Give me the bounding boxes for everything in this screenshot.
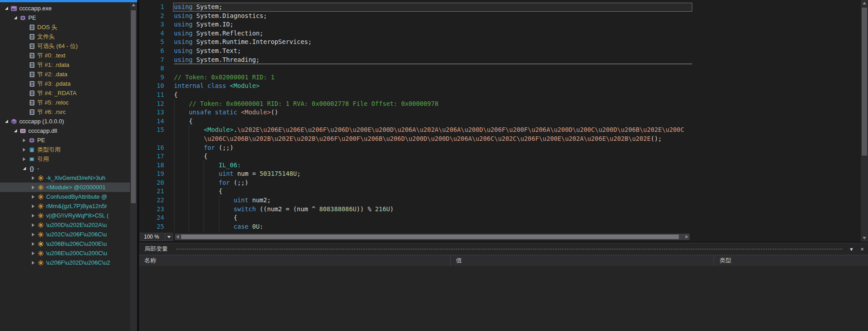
tree-item[interactable]: 01可选头 (64 - 位) bbox=[0, 41, 130, 51]
tree-item[interactable]: <Module> @02000001 bbox=[0, 183, 130, 192]
collapsed-arrow-icon[interactable] bbox=[30, 242, 37, 246]
collapsed-arrow-icon[interactable] bbox=[21, 139, 28, 142]
tree-item[interactable]: \u200D\u202E\u202A\u bbox=[0, 220, 130, 230]
class-alt-icon bbox=[37, 241, 45, 247]
line-number: 20 bbox=[139, 179, 174, 187]
locals-title: 局部变量 bbox=[139, 245, 172, 253]
tree-vertical-scrollbar[interactable] bbox=[130, 2, 137, 331]
code-line[interactable]: 13unsafe static <Module>() bbox=[139, 108, 861, 117]
tree-item-label: - bbox=[37, 165, 39, 172]
tree-item[interactable]: -k_XlvGemd3#eN>3uh bbox=[0, 173, 130, 183]
code-line[interactable]: 14{ bbox=[139, 117, 861, 126]
tree-item[interactable]: PE bbox=[0, 135, 130, 145]
code-line[interactable]: 24{ bbox=[139, 213, 861, 222]
code-line[interactable]: 21{ bbox=[139, 187, 861, 196]
zoom-combobox[interactable]: 100 % bbox=[140, 233, 173, 241]
code-line[interactable]: 9// Token: 0x02000001 RID: 1 bbox=[139, 73, 861, 82]
expanded-arrow-icon[interactable] bbox=[12, 16, 19, 19]
active-panel-accent-bar bbox=[0, 0, 137, 2]
tree-item[interactable]: \u206B\u206C\u200E\u bbox=[0, 239, 130, 248]
scrollbar-thumb[interactable] bbox=[131, 10, 136, 203]
collapsed-arrow-icon[interactable] bbox=[30, 186, 37, 189]
collapsed-arrow-icon[interactable] bbox=[30, 252, 37, 255]
tree-item[interactable]: ccccapp (1.0.0.0) bbox=[0, 117, 130, 126]
code-line[interactable]: 8 bbox=[139, 64, 861, 73]
code-line[interactable]: 3using System.IO; bbox=[139, 20, 861, 29]
collapsed-arrow-icon[interactable] bbox=[30, 205, 37, 208]
code-line[interactable]: 2using System.Diagnostics; bbox=[139, 12, 861, 21]
tree-item[interactable]: 01节 #2: .data bbox=[0, 70, 130, 79]
code-line[interactable]: 18IL_06: bbox=[139, 161, 861, 170]
tree-item[interactable]: 01节 #3: .pdata bbox=[0, 79, 130, 88]
zoom-dropdown-button[interactable] bbox=[165, 233, 173, 240]
code-line[interactable]: 7using System.Threading; bbox=[139, 56, 861, 65]
collapsed-arrow-icon[interactable] bbox=[21, 148, 28, 152]
tree-item[interactable]: PE bbox=[0, 13, 130, 22]
tree-item[interactable]: ccccapp.exe bbox=[0, 4, 130, 13]
tree-item[interactable]: 引用 bbox=[0, 154, 130, 164]
scroll-left-arrow-icon[interactable] bbox=[176, 235, 179, 239]
tree-item[interactable]: \u206E\u200C\u200C\u bbox=[0, 248, 130, 258]
tree-item[interactable]: v|@G!\VRyWqf*8>C5L ( bbox=[0, 211, 130, 220]
code-line[interactable]: 16for (;;) bbox=[139, 144, 861, 152]
code-line[interactable]: \u206C\u206B\u202B\u202E\u202B\u206F\u20… bbox=[139, 135, 861, 144]
collapsed-arrow-icon[interactable] bbox=[21, 157, 28, 161]
scroll-up-arrow-icon[interactable] bbox=[130, 4, 137, 6]
expanded-arrow-icon[interactable] bbox=[12, 129, 19, 132]
expanded-arrow-icon[interactable] bbox=[21, 167, 28, 170]
expanded-arrow-icon[interactable] bbox=[3, 7, 10, 10]
tree-item[interactable]: rMm&{gzL7P)Bya12n5r bbox=[0, 201, 130, 211]
tree-item[interactable]: {}- bbox=[0, 164, 130, 173]
locals-title-bar[interactable]: 局部变量 ▾ × bbox=[139, 243, 868, 255]
scroll-down-arrow-icon[interactable] bbox=[861, 237, 868, 240]
code-line[interactable]: 5using System.Runtime.InteropServices; bbox=[139, 38, 861, 47]
tree-item[interactable]: 01节 #6: .rsrc bbox=[0, 107, 130, 117]
svg-text:01: 01 bbox=[30, 35, 34, 38]
scroll-up-arrow-icon[interactable] bbox=[861, 2, 868, 4]
tree-item[interactable]: \u202C\u206F\u206C\u bbox=[0, 230, 130, 239]
code-line[interactable]: 12// Token: 0x06000001 RID: 1 RVA: 0x000… bbox=[139, 100, 861, 109]
locals-menu-button[interactable]: ▾ bbox=[846, 244, 856, 253]
code-line[interactable]: 15<Module>.\u202E\u206E\u206E\u206F\u206… bbox=[139, 126, 861, 135]
tree-item[interactable]: \u206F\u202D\u206C\u2 bbox=[0, 258, 130, 267]
collapsed-arrow-icon[interactable] bbox=[30, 223, 37, 227]
scrollbar-thumb[interactable] bbox=[862, 8, 867, 156]
horizontal-scrollbar[interactable] bbox=[175, 234, 690, 240]
collapsed-arrow-icon[interactable] bbox=[30, 176, 37, 180]
tree-item[interactable]: 01DOS 头 bbox=[0, 22, 130, 32]
tree-item[interactable]: ccccapp.dll bbox=[0, 126, 130, 135]
code-line[interactable]: 20for (;;) bbox=[139, 179, 861, 187]
code-line[interactable]: 23switch ((num2 = (num ^ 808388086U)) % … bbox=[139, 205, 861, 214]
code-line[interactable]: 6using System.Text; bbox=[139, 47, 861, 56]
tree-item[interactable]: 01节 #5: .reloc bbox=[0, 98, 130, 107]
collapsed-arrow-icon[interactable] bbox=[30, 214, 37, 218]
code-line[interactable]: 10internal class <Module> bbox=[139, 82, 861, 91]
collapsed-arrow-icon[interactable] bbox=[30, 233, 37, 236]
locals-close-button[interactable]: × bbox=[857, 244, 867, 253]
scrollbar-thumb[interactable] bbox=[181, 235, 679, 239]
code-line[interactable]: 22uint num2; bbox=[139, 196, 861, 205]
locals-column-header[interactable]: 类型 bbox=[714, 255, 868, 266]
editor-vertical-scrollbar[interactable] bbox=[861, 0, 868, 242]
indent-guide bbox=[174, 135, 189, 144]
code-line[interactable]: 4using System.Reflection; bbox=[139, 29, 861, 38]
code-line[interactable]: 17{ bbox=[139, 152, 861, 161]
collapsed-arrow-icon[interactable] bbox=[30, 261, 37, 265]
tree-item[interactable]: 01节 #0: .text bbox=[0, 51, 130, 60]
indent-guide bbox=[174, 196, 189, 205]
collapsed-arrow-icon[interactable] bbox=[30, 195, 37, 199]
scroll-right-arrow-icon[interactable] bbox=[686, 235, 688, 239]
code-line[interactable]: 25case 0U: bbox=[139, 222, 861, 231]
tree-item[interactable]: 01节 #4: _RDATA bbox=[0, 88, 130, 98]
locals-column-header[interactable]: 值 bbox=[451, 255, 714, 266]
tree-item[interactable]: ConfusedByAttribute @ bbox=[0, 192, 130, 201]
tree-item[interactable]: []类型引用 bbox=[0, 145, 130, 154]
code-line[interactable]: 11{ bbox=[139, 91, 861, 100]
expanded-arrow-icon[interactable] bbox=[3, 120, 10, 123]
code-line[interactable]: 19uint num = 503175148U; bbox=[139, 170, 861, 179]
locals-column-header[interactable]: 名称 bbox=[139, 255, 451, 266]
assembly-explorer-panel: ccccapp.exePE01DOS 头01文件头01可选头 (64 - 位)0… bbox=[0, 0, 137, 331]
tree-item[interactable]: 01文件头 bbox=[0, 32, 130, 41]
tree-item[interactable]: 01节 #1: .rdata bbox=[0, 60, 130, 70]
code-line[interactable]: 1using System; bbox=[139, 3, 861, 12]
